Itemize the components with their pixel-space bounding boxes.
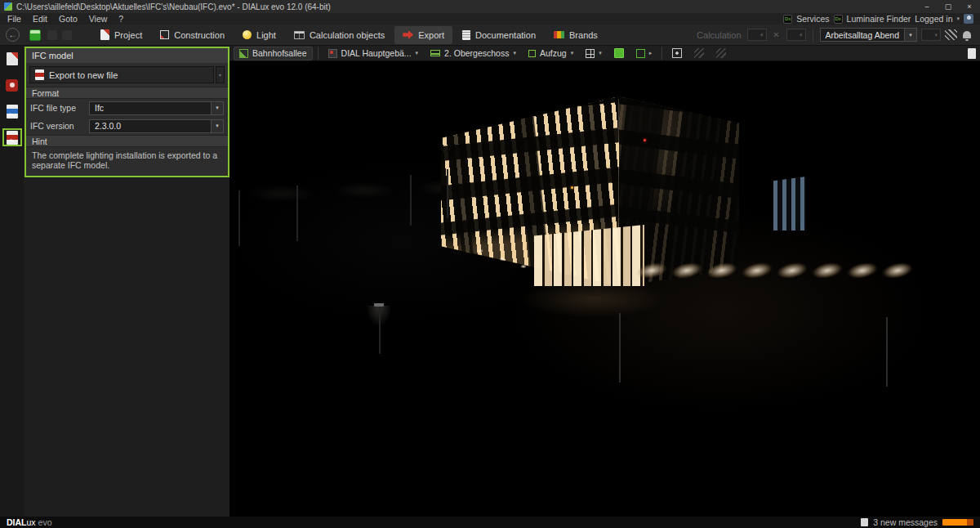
new-messages-link[interactable]: 3 new messages: [873, 517, 938, 527]
services-link[interactable]: Services: [796, 14, 829, 24]
section-button[interactable]: [711, 47, 731, 60]
ifc-file-type-select[interactable]: Ifc ▾: [89, 101, 224, 115]
tab-construction[interactable]: Construction: [152, 26, 233, 44]
separator: [813, 29, 813, 42]
site-label: Bahnhofsallee: [252, 48, 307, 58]
export-model-icon: [7, 52, 18, 65]
3d-view-button[interactable]: [609, 47, 629, 60]
construction-icon: [160, 30, 169, 39]
logged-in-menu[interactable]: Logged in: [915, 14, 952, 24]
light-scene-value: Arbeitsalltag Abend: [821, 30, 904, 40]
export-tool-strip: dwg ifc: [0, 46, 24, 517]
measure-button[interactable]: [689, 47, 709, 60]
luminaire-finder-link[interactable]: Luminaire Finder: [847, 14, 911, 24]
maximize-button[interactable]: ▢: [938, 0, 959, 13]
light-pool: [633, 262, 670, 278]
window-title: C:\Users\aillefeld\Desktop\Aktuelles\IFC…: [16, 2, 916, 11]
tab-label: Brands: [569, 30, 598, 40]
undo-icon[interactable]: [47, 30, 57, 40]
export-image-tool[interactable]: [2, 76, 22, 94]
signal-light-red: [644, 139, 646, 141]
dwg-export-tool[interactable]: dwg: [2, 102, 22, 120]
street-lamp-pole: [238, 190, 240, 246]
minimize-button[interactable]: –: [916, 0, 938, 13]
floorplan-view-button[interactable]: ▾: [581, 47, 607, 60]
viewport-toolbar: Bahnhofsallee DIAL Hauptgebä... ▾ 2. Obe…: [229, 46, 980, 61]
calculation-label: Calculation: [697, 30, 741, 40]
calculation-option-select[interactable]: ▾: [747, 29, 767, 41]
light-pool: [844, 262, 880, 278]
documentation-icon: [462, 30, 470, 40]
panel-title: IFC model: [26, 48, 228, 63]
street-lamp-pole: [619, 313, 621, 383]
storey-value: 2. Obergeschoss: [444, 48, 509, 58]
redo-icon[interactable]: [62, 30, 72, 40]
separator: [662, 47, 662, 60]
back-button[interactable]: ←: [6, 28, 20, 42]
faint-light-pool: [246, 186, 319, 202]
storey-icon: [430, 50, 440, 56]
tab-label: Construction: [174, 30, 225, 40]
tab-light[interactable]: Light: [234, 26, 284, 44]
scene-options-button[interactable]: ▾: [921, 29, 941, 41]
building-icon: [328, 49, 337, 58]
storey-select[interactable]: 2. Obergeschoss ▾: [425, 47, 521, 60]
menu-goto[interactable]: Goto: [53, 13, 83, 25]
ifc-version-select[interactable]: 2.3.0.0 ▾: [89, 119, 224, 133]
collapse-panel-button[interactable]: [968, 48, 976, 59]
ifc-export-tool[interactable]: ifc: [2, 128, 22, 146]
toolbar-right-group: Calculation ▾ ✕ ▾ Arbeitsalltag Abend ▾ …: [697, 28, 980, 42]
brand-logo: evo: [38, 517, 52, 527]
luminaire-finder-icon: Dx: [834, 15, 843, 24]
ifc-file-type-value: Ifc: [90, 103, 211, 113]
tab-brands[interactable]: Brands: [546, 26, 606, 44]
chevron-down-icon: ▾: [211, 120, 223, 132]
building-select[interactable]: DIAL Hauptgebä... ▾: [323, 47, 424, 60]
notifications-bell-icon[interactable]: [963, 31, 971, 38]
display-mode-icon[interactable]: [945, 29, 957, 40]
tab-documentation[interactable]: Documentation: [454, 26, 544, 44]
viewport-3d[interactable]: [229, 61, 980, 517]
user-avatar[interactable]: [964, 14, 973, 24]
export-project-file-tool[interactable]: [2, 50, 22, 68]
close-button[interactable]: ×: [959, 0, 980, 13]
mode-tabs: Project Construction Light Calculation o…: [92, 25, 606, 45]
main-toolbar: ← Project Construction Light Calculation…: [0, 25, 980, 46]
viewport-column: Bahnhofsallee DIAL Hauptgebä... ▾ 2. Obe…: [229, 46, 980, 517]
export-render-icon: [6, 79, 18, 92]
brand-logo: ux: [27, 517, 36, 527]
menu-edit[interactable]: Edit: [27, 13, 53, 25]
chevron-down-icon: ▾: [513, 50, 516, 56]
menu-help[interactable]: ?: [113, 13, 129, 25]
chevron-down-icon: ▾: [904, 29, 916, 41]
3d-view-icon: [614, 48, 624, 58]
light-pool: [668, 262, 705, 278]
ifc-file-icon: [35, 69, 44, 80]
ifc-model-panel: IFC model Export to new file ▾ Format IF…: [24, 47, 229, 177]
room-select[interactable]: Aufzug ▾: [523, 47, 578, 60]
save-icon[interactable]: [29, 29, 41, 41]
zoom-to-fit-button[interactable]: [667, 47, 687, 60]
street-lamp-pole: [379, 307, 381, 354]
section-icon: [716, 48, 726, 58]
view-filter-button[interactable]: ▸: [631, 47, 657, 60]
menu-right-group: Dx Services Dx Luminaire Finder Logged i…: [783, 14, 978, 24]
tab-label: Export: [418, 30, 444, 40]
street-lamp-pole: [296, 186, 298, 241]
tab-calculation-objects[interactable]: Calculation objects: [286, 26, 393, 44]
tab-export[interactable]: Export: [394, 26, 452, 44]
menu-file[interactable]: File: [2, 13, 27, 25]
cancel-calculation-icon[interactable]: ✕: [771, 30, 782, 39]
status-bar: DIALuxevo 3 new messages: [0, 517, 980, 528]
export-to-new-file-button[interactable]: Export to new file: [29, 66, 214, 83]
site-button[interactable]: Bahnhofsallee: [234, 47, 313, 60]
export-options-expander[interactable]: ▾: [216, 66, 225, 83]
export-arrow-icon: [403, 29, 413, 40]
brand-logo: DIAL: [7, 517, 27, 527]
tab-project[interactable]: Project: [92, 26, 150, 44]
measure-icon: [694, 48, 704, 58]
calculation-mode-select[interactable]: ▾: [786, 29, 806, 41]
menu-view[interactable]: View: [83, 13, 114, 25]
room-icon: [528, 50, 536, 57]
light-scene-select[interactable]: Arbeitsalltag Abend ▾: [820, 28, 917, 42]
